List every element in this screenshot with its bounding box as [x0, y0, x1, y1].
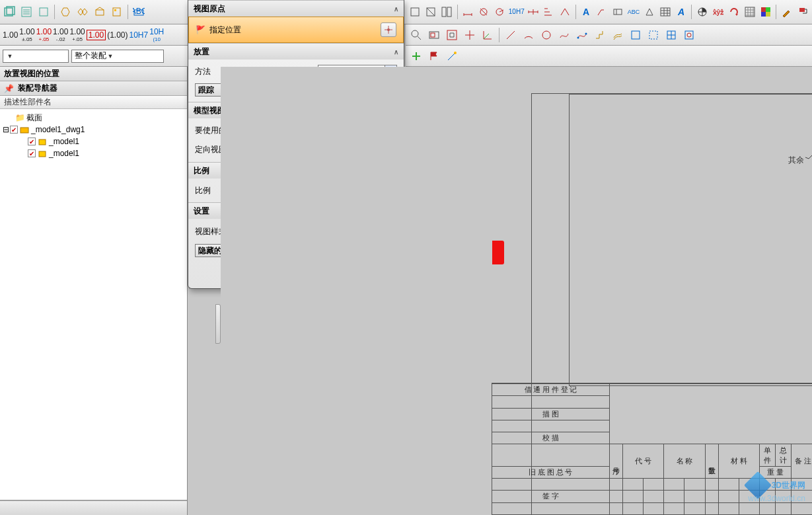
circle-icon[interactable] [538, 27, 554, 43]
paint-icon[interactable] [795, 4, 809, 20]
assembly-icon [20, 125, 29, 134]
svg-rect-12 [447, 7, 451, 17]
icon-10h7[interactable]: 10H7 [509, 4, 525, 20]
geom4-icon[interactable] [681, 27, 697, 43]
line-icon[interactable] [503, 27, 519, 43]
tol-2[interactable]: 1.00±.05 [19, 28, 34, 42]
tree-row-section[interactable]: 📁 截面 [0, 112, 187, 124]
checkbox[interactable]: ✔ [28, 138, 36, 145]
tol-5[interactable]: 1.00+.05 [69, 28, 85, 42]
fit-icon[interactable] [444, 27, 460, 43]
svg-rect-21 [761, 12, 766, 17]
brush-icon[interactable] [780, 4, 794, 20]
combo-1[interactable]: ▼ [3, 50, 69, 63]
spline-icon[interactable] [556, 27, 572, 43]
colortable-icon[interactable] [758, 4, 772, 20]
method-label: 方法 [195, 66, 211, 77]
combo-assembly[interactable]: 整个装配▼ [71, 50, 164, 63]
wand-icon[interactable] [444, 48, 460, 64]
icon-r03[interactable] [440, 4, 454, 20]
geom3-icon[interactable] [663, 27, 679, 43]
separator [54, 5, 55, 19]
table-icon[interactable] [659, 4, 673, 20]
svg-point-35 [687, 33, 691, 37]
zoom-icon[interactable] [408, 27, 424, 43]
section-header-origin[interactable]: 视图原点∧ [188, 1, 404, 17]
tb-icon-c1[interactable]: ABC [131, 4, 147, 20]
icon-dim6[interactable] [558, 4, 572, 20]
tol-8[interactable]: 10H7 [129, 31, 149, 39]
red-marker [492, 241, 504, 264]
pan-icon[interactable] [462, 27, 478, 43]
tol-3[interactable]: 1.00+.05 [36, 28, 52, 42]
hdr-seq: 序号 [609, 444, 622, 479]
icon-dim2[interactable] [477, 4, 491, 20]
target-icon[interactable] [695, 4, 709, 20]
icon-r02[interactable] [424, 4, 438, 20]
tb-icon-b2[interactable] [75, 4, 91, 20]
datum-icon[interactable] [643, 4, 657, 20]
flag-icon[interactable] [426, 48, 442, 64]
svg-rect-37 [20, 128, 28, 133]
tol-4[interactable]: 1.00-.02 [53, 28, 68, 42]
tb-icon-b3[interactable] [92, 4, 108, 20]
hdr-note: 备 注 [792, 444, 813, 479]
column-header[interactable]: 描述性部件名 [0, 96, 187, 109]
svg-rect-23 [799, 8, 805, 12]
tb-icon-b1[interactable] [57, 4, 73, 20]
axis-icon[interactable] [480, 27, 496, 43]
tb-icon-a1[interactable] [1, 4, 17, 20]
hdr-name: 名 称 [664, 444, 705, 479]
svg-rect-31 [632, 31, 640, 39]
drawing-canvas[interactable]: 其余 借 通 用 件 登 记 描 图 校 描 序号 代 号 名 称 数量 材 料… [221, 67, 812, 515]
svg-rect-39 [39, 151, 46, 157]
tb-icon-b4[interactable] [109, 4, 125, 20]
plus-icon[interactable] [408, 48, 424, 64]
cell-desc: 描 图 [492, 408, 610, 420]
tol-9[interactable]: 10H(10 [149, 28, 164, 42]
tol-1[interactable]: 1.00 [3, 31, 18, 39]
tree-row-child[interactable]: ✔ _model1 [0, 136, 187, 147]
checkbox[interactable]: ✔ [28, 149, 36, 157]
icon-r01[interactable] [408, 4, 422, 20]
svg-rect-32 [649, 31, 657, 39]
icon-dim4[interactable] [527, 4, 540, 20]
geom2-icon[interactable] [646, 27, 661, 43]
icon-dim5[interactable] [542, 4, 556, 20]
toolbar-row-2-left: 1.00 1.00±.05 1.00+.05 1.00-.02 1.00+.05… [0, 24, 188, 46]
xyz-icon[interactable]: x̂ŷẑ [711, 4, 725, 20]
svg-rect-34 [685, 31, 693, 39]
tb-icon-a3[interactable] [36, 4, 52, 20]
note-icon[interactable] [595, 4, 609, 20]
tree-row-root[interactable]: ⊟ ✔ _model1_dwg1 [0, 124, 187, 136]
tol-7[interactable]: (1.00) [107, 31, 128, 39]
svg-rect-27 [447, 30, 457, 40]
geom1-icon[interactable] [628, 27, 644, 43]
offset-icon[interactable] [610, 27, 626, 43]
section-header-place[interactable]: 放置∧ [188, 44, 404, 59]
arc-icon[interactable] [521, 27, 536, 43]
refresh-icon[interactable] [727, 4, 741, 20]
tree-row-child[interactable]: ✔ _model1 [0, 147, 187, 159]
toolbar-row-2-right [406, 24, 812, 46]
specify-label: 指定位置 [209, 24, 241, 36]
side-grip[interactable] [215, 304, 221, 344]
specify-point-button[interactable] [381, 22, 396, 37]
window-icon[interactable] [426, 27, 442, 43]
text-a-icon[interactable]: A [579, 4, 593, 20]
pin-icon[interactable]: 📌 [4, 84, 14, 93]
svg-rect-5 [113, 8, 120, 16]
gdt-icon[interactable] [611, 4, 625, 20]
icon-dim3[interactable] [493, 4, 507, 20]
svg-point-28 [542, 31, 550, 39]
folder-icon: 📁 [15, 113, 24, 122]
profile-icon[interactable] [592, 27, 608, 43]
tol-6[interactable]: 1.00 [87, 30, 106, 40]
checkbox[interactable]: ✔ [10, 126, 18, 134]
tb-icon-a2[interactable] [18, 4, 34, 20]
icon-dim1[interactable] [461, 4, 475, 20]
grid-icon[interactable] [743, 4, 757, 20]
bold-a-icon[interactable]: A [674, 4, 688, 20]
spline2-icon[interactable] [574, 27, 590, 43]
abc-icon[interactable]: ABC [627, 4, 641, 20]
